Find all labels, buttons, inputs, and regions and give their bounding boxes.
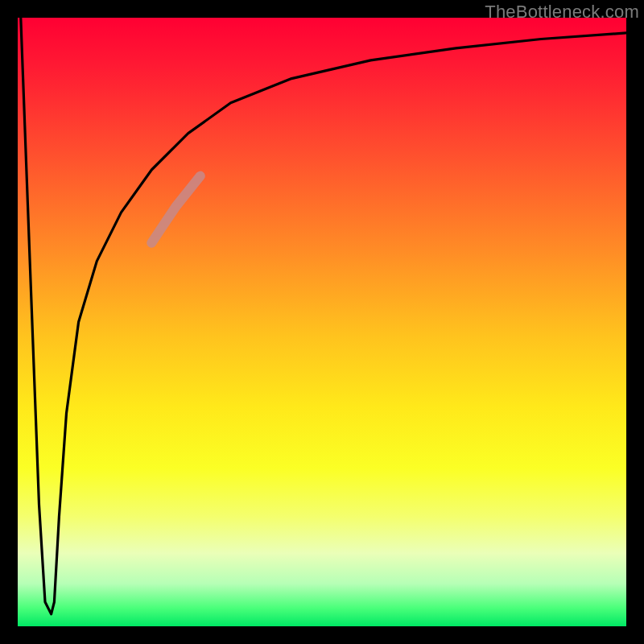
attribution-label: TheBottleneck.com <box>485 2 639 23</box>
curve-layer <box>18 18 626 626</box>
chart-frame: TheBottleneck.com <box>0 0 644 644</box>
bottleneck-curve <box>21 18 626 614</box>
plot-area <box>18 18 626 626</box>
highlight-segment <box>151 176 200 243</box>
